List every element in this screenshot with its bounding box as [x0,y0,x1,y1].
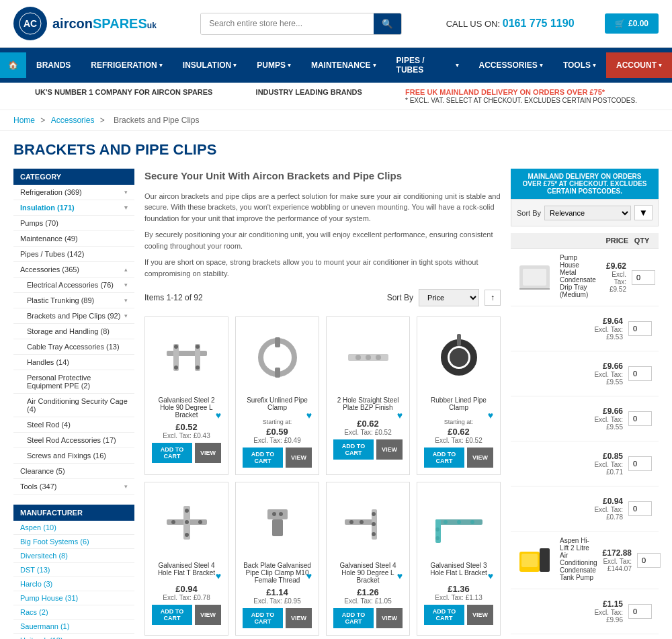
sidebar-item-insulation[interactable]: Insulation (171) ▾ [13,200,134,216]
nav-refrigeration[interactable]: REFRIGERATION ▾ [81,52,172,78]
right-sort-btn[interactable]: ▼ [634,205,653,220]
add-to-cart-6[interactable]: ADD TO CART [243,608,283,628]
manufacturer-aspen[interactable]: Aspen (10) [13,521,134,535]
sidebar-item-handles[interactable]: Handles (14) [13,355,134,370]
wishlist-icon-7[interactable]: ♥ [397,570,403,581]
sidebar-item-security-cage[interactable]: Air Conditioning Security Cage (4) [13,394,134,417]
main-content: CATEGORY Refrigeration (369) ▾ Insulatio… [0,162,672,639]
wishlist-icon-5[interactable]: ♥ [216,570,221,581]
qty-input-6[interactable] [628,501,652,516]
nav-brands[interactable]: BRANDS [26,52,81,78]
navbar: 🏠 BRANDS REFRIGERATION ▾ INSULATION ▾ PU… [0,48,672,83]
view-button-6[interactable]: VIEW [286,608,312,628]
right-price-3: £9.66 Excl. Tax: £9.55 [576,361,623,386]
qty-input-4[interactable] [628,411,652,426]
manufacturer-harclo[interactable]: Harclo (3) [13,577,134,591]
manufacturer-pumphouse[interactable]: Pump House (31) [13,591,134,605]
svg-rect-10 [275,337,280,347]
product-card-2: ♥ Surefix Unlined Pipe Clamp Starting at… [235,316,319,475]
sidebar-item-brackets[interactable]: Brackets and Pipe Clips (92) ▾ [13,308,134,324]
sidebar-item-steel-rod-acc[interactable]: Steel Rod Accessories (17) [13,433,134,448]
svg-point-28 [272,512,276,516]
manufacturer-diversitech[interactable]: Diversitech (8) [13,549,134,563]
right-product-7: £1.15 Excl. Tax: £9.96 [511,589,659,634]
nav-insulation[interactable]: INSULATION ▾ [173,52,247,78]
svg-point-13 [355,355,361,360]
nav-maintenance[interactable]: MAINTENANCE ▾ [301,52,386,78]
view-button-3[interactable]: VIEW [376,439,403,460]
add-to-cart-8[interactable]: ADD TO CART [424,605,464,625]
add-to-cart-3[interactable]: ADD TO CART [333,439,374,460]
product-image-7 [333,489,403,556]
view-button-8[interactable]: VIEW [467,605,493,625]
sidebar-item-pumps[interactable]: Pumps (70) [13,216,134,231]
cart-area[interactable]: 🛒 £0.00 [605,13,659,34]
wishlist-icon-6[interactable]: ♥ [306,570,312,581]
breadcrumb-parent[interactable]: Accessories [51,116,95,125]
add-to-cart-5[interactable]: ADD TO CART [152,605,192,625]
view-button-4[interactable]: VIEW [467,448,493,468]
view-button-1[interactable]: VIEW [195,443,221,463]
product-image-3 [333,324,403,391]
sidebar-item-refrigeration[interactable]: Refrigeration (369) ▾ [13,185,134,200]
sidebar-item-clearance[interactable]: Clearance (5) [13,464,134,479]
qty-input-5[interactable] [628,456,652,471]
nav-tools[interactable]: TOOLS ▾ [553,52,606,78]
sidebar-item-trunking[interactable]: Plastic Trunking (89) ▾ [13,293,134,308]
manufacturer-unitrunk[interactable]: Unitrunk (18) [13,634,134,639]
promo-item3-area: FREE UK MAINLAND DELIVERY ON ORDERS OVER… [405,88,637,104]
nav-pumps[interactable]: PUMPS ▾ [247,52,301,78]
add-to-cart-1[interactable]: ADD TO CART [152,443,192,463]
sidebar-item-pipes-tubes[interactable]: Pipes / Tubes (142) [13,247,134,262]
qty-input-7[interactable] [628,604,652,619]
manufacturer-bigfoot[interactable]: Big Foot Systems (6) [13,535,134,549]
wishlist-icon-3[interactable]: ♥ [397,410,403,421]
wishlist-icon-8[interactable]: ♥ [488,570,493,581]
right-sort-select[interactable]: Relevance Price Name [544,206,631,220]
sidebar-item-maintenance[interactable]: Maintenance (49) [13,231,134,247]
svg-point-42 [435,527,439,531]
nav-account[interactable]: ACCOUNT ▾ [606,52,672,78]
sidebar-item-electrical[interactable]: Electrical Accessories (76) ▾ [13,278,134,293]
qty-input-aspen[interactable] [637,553,661,568]
add-to-cart-7[interactable]: ADD TO CART [333,608,374,628]
nav-home[interactable]: 🏠 [0,52,26,78]
right-product-info-1: Pump House Metal Condensate Drip Tray (M… [560,254,596,300]
add-to-cart-4[interactable]: ADD TO CART [424,448,464,468]
qty-input-1[interactable] [632,270,655,285]
sidebar-item-steel-rod[interactable]: Steel Rod (4) [13,417,134,433]
search-button[interactable]: 🔍 [374,13,401,34]
sidebar-item-cable-tray[interactable]: Cable Tray Accessories (13) [13,339,134,355]
svg-point-6 [174,366,178,370]
promo-item3: FREE UK MAINLAND DELIVERY ON ORDERS OVER… [405,88,605,96]
sidebar-item-storage[interactable]: Storage and Handling (8) [13,324,134,339]
breadcrumb-home[interactable]: Home [13,116,35,125]
sort-select[interactable]: Price Name Relevance [419,289,479,306]
manufacturer-racs[interactable]: Racs (2) [13,605,134,620]
view-button-5[interactable]: VIEW [195,605,221,625]
wishlist-icon-2[interactable]: ♥ [306,410,312,421]
view-button-7[interactable]: VIEW [376,608,403,628]
qty-input-3[interactable] [628,366,652,381]
nav-pipes-tubes[interactable]: PIPES / TUBES ▾ [386,48,469,83]
qty-input-2[interactable] [628,321,652,336]
product-excl-1: Excl. Tax: £0.43 [152,432,221,439]
right-qty-1 [632,270,655,285]
manufacturer-dst[interactable]: DST (13) [13,563,134,577]
add-to-cart-2[interactable]: ADD TO CART [243,448,283,468]
sidebar-item-screws[interactable]: Screws and Fixings (16) [13,448,134,464]
wishlist-icon-4[interactable]: ♥ [488,410,493,421]
right-product-8: £1.18 Excl. Tax: £0.98 [511,634,659,639]
nav-accessories[interactable]: ACCESSORIES ▾ [469,52,553,78]
right-qty-aspen [637,553,661,568]
wishlist-icon-1[interactable]: ♥ [216,410,221,421]
svg-point-36 [372,532,376,536]
sort-direction-button[interactable]: ↑ [485,290,501,306]
sidebar-item-accessories[interactable]: Accessories (365) ▴ [13,262,134,278]
manufacturer-sauermann[interactable]: Sauermann (1) [13,620,134,634]
sidebar-item-ppe[interactable]: Personal Protective Equipment PPE (2) [13,370,134,394]
search-input[interactable] [201,13,374,34]
products-header: Items 1-12 of 92 Sort By Price Name Rele… [144,289,501,306]
sidebar-item-tools[interactable]: Tools (347) ▾ [13,479,134,495]
view-button-2[interactable]: VIEW [286,448,312,468]
